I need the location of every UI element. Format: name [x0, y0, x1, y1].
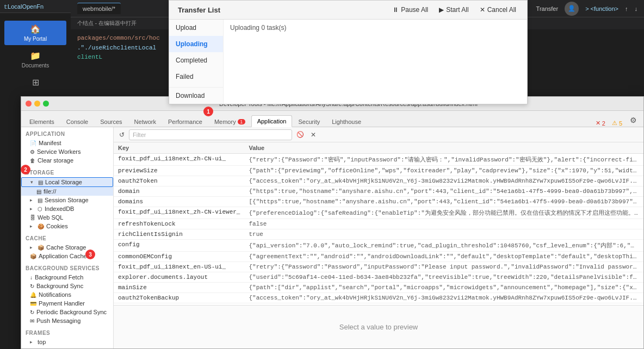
table-cell-key: foxit_pdf_ui_i18next_zh-CN-viewer_ — [114, 207, 244, 219]
settings-button[interactable]: ⚙ — [626, 114, 641, 127]
tree-item-service-workers[interactable]: ⚙ Service Workers — [21, 147, 113, 156]
memory-badge: 1 — [238, 119, 245, 124]
grid-nav[interactable]: ⊞ — [4, 74, 66, 91]
tab-sources[interactable]: Sources — [94, 116, 128, 127]
table-cell-value: {"path":["dir","applist","search","porta… — [244, 283, 643, 293]
cookies-label: Cookies — [46, 223, 68, 229]
table-row[interactable]: foxit_pdf_ui_i18next_zh-CN-ui_{"retry":{… — [114, 154, 643, 166]
tree-item-push[interactable]: ✉ Push Messaging — [21, 316, 113, 325]
transfer-nav-upload[interactable]: Upload — [169, 20, 223, 36]
warning-count: ⚠ 5 — [609, 120, 626, 127]
table-cell-value: {"userid":"5c69af14-ce04-11ed-b634-3ae84… — [244, 272, 643, 283]
left-panel-nav[interactable]: 🏠 My Portal 📁 Documents ⊞ — [4, 16, 66, 95]
tab-network[interactable]: Network — [128, 116, 162, 127]
expand-arrow-session: ▸ — [30, 197, 35, 203]
tree-item-clear-storage[interactable]: 🗑 Clear storage — [21, 156, 113, 165]
tree-item-payment[interactable]: 💳 Payment Handler — [21, 299, 113, 308]
tree-item-cache-storage[interactable]: ▸ 📦 Cache Storage — [21, 243, 113, 252]
table-row[interactable]: oauth2Token{"access_token":"ory_at_wk4bV… — [114, 176, 643, 186]
tree-section-application: Application — [21, 129, 113, 139]
maximize-window-button[interactable] — [43, 101, 49, 107]
refresh-button[interactable]: ↺ — [117, 130, 127, 140]
manifest-icon: 📄 — [30, 140, 36, 146]
tab-application[interactable]: Application — [251, 115, 293, 127]
down-nav[interactable]: ↓ — [635, 5, 638, 12]
table-row[interactable]: oauth2TokenBackup{"access_token":"ory_at… — [114, 293, 643, 303]
table-row[interactable]: commonOEMConfig{"agreementText":"","andr… — [114, 252, 643, 262]
table-row[interactable]: explorer.documents.layout{"userid":"5c69… — [114, 272, 643, 283]
table-cell-value: {"retry":{"Password":"Password","inputPa… — [244, 262, 643, 272]
tree-item-app-cache[interactable]: 📦 Application Cache — [21, 252, 113, 260]
table-cell-key: previewSize — [114, 166, 244, 176]
table-cell-value: {"path":{"previewimg","officeOnline","wp… — [244, 166, 643, 176]
tree-item-websql[interactable]: 🗄 Web SQL — [21, 213, 113, 222]
payment-icon: 💳 — [30, 301, 36, 307]
tree-item-manifest[interactable]: 📄 Manifest — [21, 139, 113, 147]
clear-storage-icon: 🗑 — [30, 158, 35, 164]
tree-item-notifications[interactable]: 🔔 Notifications — [21, 290, 113, 299]
bg-sync-icon: ↻ — [30, 283, 34, 289]
tree-item-file[interactable]: ▤ file:// — [21, 187, 113, 196]
table-row[interactable]: previewSize{"path":{"previewimg","office… — [114, 166, 643, 176]
table-row[interactable]: domains[{"https":true,"hostname":"anysha… — [114, 197, 643, 207]
periodic-sync-label: Periodic Background Sync — [36, 309, 107, 315]
error-count: ✕ 2 — [592, 120, 609, 127]
clear-filter-button[interactable]: 🚫 — [294, 130, 306, 139]
tree-item-indexeddb[interactable]: ▸ ⬡ IndexedDB — [21, 204, 113, 213]
tree-item-local-storage[interactable]: ▾ ▤ Local Storage — [21, 177, 113, 187]
table-row[interactable]: domain{"https":true,"hostname":"anyshare… — [114, 186, 643, 197]
table-cell-value: {"preferenceDialog":{"safeReading":{"ena… — [244, 207, 643, 219]
tree-item-bg-fetch[interactable]: ↓ Background Fetch — [21, 273, 113, 282]
websql-label: Web SQL — [38, 214, 64, 221]
tree-item-bg-sync[interactable]: ↻ Background Sync — [21, 282, 113, 290]
transfer-nav-download[interactable]: Download — [169, 87, 223, 104]
transfer-button[interactable]: Transfer — [536, 5, 559, 12]
service-workers-icon: ⚙ — [30, 149, 35, 155]
local-storage-icon: ▤ — [38, 179, 43, 185]
up-nav[interactable]: ↑ — [625, 5, 628, 12]
table-row[interactable]: richClientIsSignintrue — [114, 229, 643, 240]
tab-memory[interactable]: Memory 1 — [208, 116, 251, 127]
table-cell-key: foxit_pdf_ui_i18next_zh-CN-ui_ — [114, 154, 244, 166]
file-label: file:// — [44, 188, 56, 195]
editor-tab[interactable]: webmobile/* — [77, 3, 121, 14]
cancel-icon: ✕ — [480, 6, 485, 14]
tab-security[interactable]: Security — [292, 116, 326, 127]
tree-item-periodic-sync[interactable]: ↻ Periodic Background Sync — [21, 308, 113, 316]
tab-lighthouse[interactable]: Lighthouse — [326, 116, 367, 127]
pause-all-button[interactable]: ⏸ Pause All — [390, 5, 430, 15]
tree-item-session-storage[interactable]: ▸ ▤ Session Storage — [21, 196, 113, 204]
tab-performance[interactable]: Performance — [162, 116, 208, 127]
transfer-nav-uploading[interactable]: Uploading — [169, 36, 223, 52]
tree-item-cookies[interactable]: ▸ 🍪 Cookies — [21, 222, 113, 230]
minimize-window-button[interactable] — [34, 101, 40, 107]
documents-nav[interactable]: 📁 Documents — [4, 47, 66, 72]
table-cell-value: {"retry":{"Password":"密码","inputPassword… — [244, 154, 643, 166]
avatar[interactable]: 👤 — [565, 2, 579, 16]
folder-icon: 📁 — [30, 51, 41, 61]
tree-section-storage: Storage — [21, 168, 113, 177]
file-icon: ▤ — [36, 189, 41, 195]
transfer-nav-failed[interactable]: Failed — [169, 68, 223, 85]
table-cell-key: oauth2Token — [114, 176, 244, 186]
tree-item-frames-top[interactable]: ▸ top — [21, 338, 113, 346]
tab-console[interactable]: Console — [60, 116, 94, 127]
my-portal-nav[interactable]: 🏠 My Portal — [4, 21, 66, 45]
tree-section-frames: Frames — [21, 328, 113, 338]
close-filter-button[interactable]: ✕ — [308, 130, 318, 140]
table-row[interactable]: config{"api_version":"7.0.0","auto_lock_… — [114, 240, 643, 252]
tab-elements[interactable]: Elements — [23, 116, 60, 127]
table-row[interactable]: mainSize{"path":["dir","applist","search… — [114, 283, 643, 293]
table-row[interactable]: foxit_pdf_ui_i18next_zh-CN-viewer_{"pref… — [114, 207, 643, 219]
documents-label: Documents — [22, 63, 49, 68]
transfer-nav-completed[interactable]: Completed — [169, 52, 223, 68]
table-row[interactable]: foxit_pdf_ui_i18next_en-US-ui_{"retry":{… — [114, 262, 643, 272]
cancel-all-button[interactable]: ✕ Cancel All — [478, 5, 518, 15]
table-cell-value: {"agreementText":"","android":"","androi… — [244, 252, 643, 262]
pause-icon: ⏸ — [392, 6, 399, 14]
filter-input[interactable] — [129, 129, 292, 140]
table-row[interactable]: refreshTokenLockfalse — [114, 219, 643, 229]
error-num: 2 — [602, 120, 605, 127]
start-all-button[interactable]: ▶ Start All — [437, 5, 470, 15]
close-window-button[interactable] — [26, 101, 32, 107]
